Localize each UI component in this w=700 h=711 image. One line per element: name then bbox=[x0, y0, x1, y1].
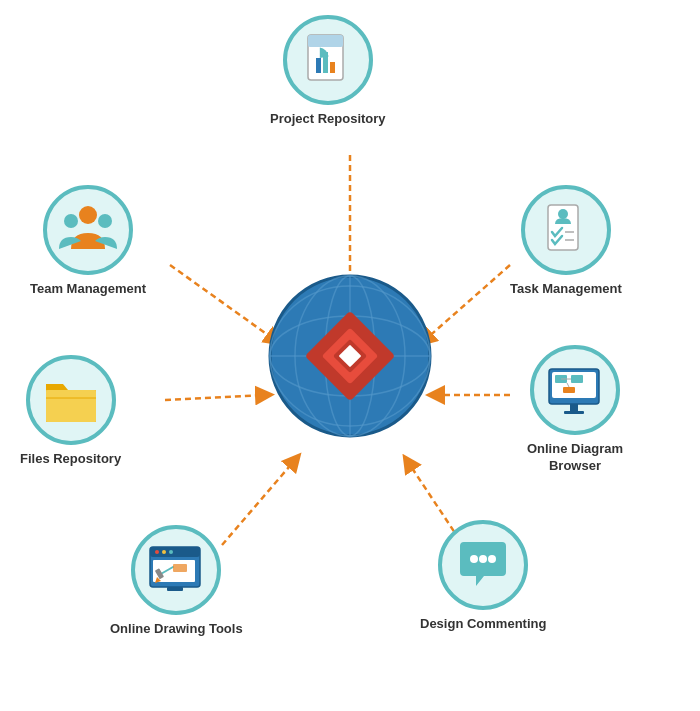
svg-rect-39 bbox=[571, 375, 583, 383]
svg-point-56 bbox=[479, 555, 487, 563]
svg-point-55 bbox=[470, 555, 478, 563]
svg-rect-23 bbox=[308, 35, 343, 47]
svg-point-57 bbox=[488, 555, 496, 563]
online-diagram-browser-node: Online Diagram Browser bbox=[505, 345, 645, 475]
svg-line-7 bbox=[165, 395, 265, 400]
svg-rect-44 bbox=[564, 411, 584, 414]
task-management-node: Task Management bbox=[510, 185, 622, 298]
diagram-canvas: Project Repository Team Management bbox=[0, 0, 700, 711]
svg-rect-24 bbox=[316, 58, 321, 73]
project-repository-node: Project Repository bbox=[270, 15, 386, 128]
svg-point-48 bbox=[162, 550, 166, 554]
svg-rect-52 bbox=[173, 564, 187, 572]
svg-rect-34 bbox=[46, 390, 96, 422]
svg-rect-26 bbox=[330, 62, 335, 73]
svg-point-29 bbox=[98, 214, 112, 228]
files-repository-node: Files Repository bbox=[20, 355, 121, 468]
svg-point-47 bbox=[155, 550, 159, 554]
svg-point-28 bbox=[64, 214, 78, 228]
svg-point-31 bbox=[558, 209, 568, 219]
center-globe bbox=[260, 266, 440, 446]
svg-point-27 bbox=[79, 206, 97, 224]
svg-rect-40 bbox=[563, 387, 575, 393]
svg-point-49 bbox=[169, 550, 173, 554]
online-drawing-tools-node: Online Drawing Tools bbox=[110, 525, 243, 638]
svg-rect-54 bbox=[167, 587, 183, 591]
team-management-node: Team Management bbox=[30, 185, 146, 298]
svg-rect-43 bbox=[570, 404, 578, 411]
design-commenting-node: Design Commenting bbox=[420, 520, 546, 633]
